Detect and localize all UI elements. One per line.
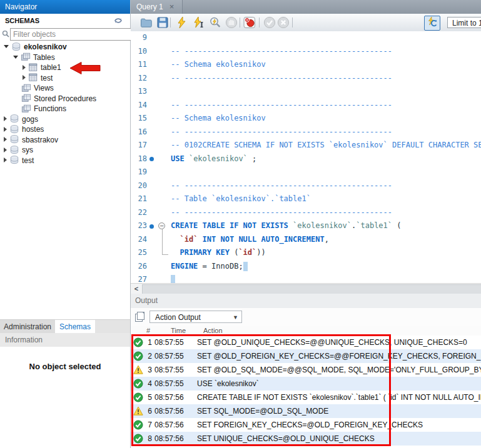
output-row-4[interactable]: 408:57:55USE `ekolesnikov` [131, 377, 481, 391]
toggle-autocommit-icon[interactable] [424, 16, 440, 31]
open-script-icon[interactable] [140, 16, 153, 29]
editor-line-13: 13 [131, 85, 481, 99]
tree-item-sys[interactable]: sys [0, 144, 130, 155]
tree-item-table1[interactable]: table1 [0, 62, 130, 72]
fold-guide-line [162, 229, 168, 255]
success-check-icon [133, 392, 143, 402]
code-text: -- 0102CREATE SCHEMA IF NOT EXISTS `ekol… [171, 139, 481, 152]
commit-icon[interactable] [263, 16, 276, 29]
expander-closed-icon[interactable] [4, 127, 7, 132]
statement-marker-dot [149, 157, 154, 161]
tree-item-label: Functions [34, 104, 66, 113]
code-text: -- -------------------------------------… [171, 126, 392, 139]
expander-closed-icon[interactable] [23, 75, 26, 80]
fold-collapse-icon[interactable]: − [158, 222, 165, 229]
toggle-stop-on-error-icon[interactable] [243, 16, 256, 29]
table-icon [28, 73, 41, 82]
output-row-7[interactable]: 708:57:56SET FOREIGN_KEY_CHECKS=@OLD_FOR… [131, 418, 481, 432]
tree-item-label: table1 [41, 63, 61, 72]
output-row-2[interactable]: 208:57:55SET @OLD_FOREIGN_KEY_CHECKS=@@F… [131, 349, 481, 363]
navigator-title: Navigator [5, 2, 37, 11]
tree-item-hostes[interactable]: hostes [0, 124, 130, 134]
explain-statement-icon[interactable] [209, 16, 221, 29]
tree-item-sbastrakov[interactable]: sbastrakov [0, 134, 130, 145]
row-action-text: SET @OLD_SQL_MODE=@@SQL_MODE, SQL_MODE='… [197, 363, 481, 377]
editor-line-21: 21-- Table `ekolesnikov`.`table1` [131, 192, 481, 206]
success-check-icon [133, 434, 143, 444]
execute-current-statement-icon[interactable] [192, 16, 205, 29]
line-number: 23 [131, 219, 147, 233]
stop-query-icon[interactable] [225, 16, 238, 29]
expander-closed-icon[interactable] [4, 116, 7, 121]
line-number: 18 [131, 152, 147, 166]
expander-open-icon[interactable] [4, 45, 9, 48]
search-icon [2, 30, 9, 37]
output-row-8[interactable]: 808:57:56SET UNIQUE_CHECKS=@OLD_UNIQUE_C… [131, 432, 481, 446]
row-action-text: SET SQL_MODE=@OLD_SQL_MODE [197, 404, 481, 418]
tree-item-ekolesnikov[interactable]: ekolesnikov [0, 41, 130, 52]
output-table-body: 108:57:55SET @OLD_UNIQUE_CHECKS=@@UNIQUE… [131, 336, 481, 446]
close-tab-icon[interactable]: × [170, 2, 175, 11]
output-row-5[interactable]: 508:57:56CREATE TABLE IF NOT EXISTS `eko… [131, 391, 481, 404]
row-number: 6 [144, 404, 152, 418]
column-header-num: # [146, 326, 150, 336]
scrollbar-thumb[interactable] [142, 284, 481, 294]
tab-query-1[interactable]: Query 1× [131, 0, 183, 14]
editor-line-19: 19 [131, 166, 481, 179]
line-number: 9 [131, 31, 147, 45]
tab-administration[interactable]: Administration [0, 320, 55, 334]
views-icon [21, 104, 34, 112]
success-check-icon [133, 379, 143, 389]
line-number: 17 [131, 139, 147, 152]
line-number: 13 [131, 85, 147, 99]
tree-item-test[interactable]: test [0, 72, 130, 83]
schema-icon [9, 135, 22, 144]
tab-schemas[interactable]: Schemas [55, 320, 95, 334]
tree-item-tables[interactable]: Tables [0, 52, 130, 62]
filter-objects-input[interactable] [10, 28, 133, 41]
row-number: 1 [144, 336, 152, 349]
expander-closed-icon[interactable] [23, 65, 26, 70]
sql-code-editor[interactable]: 910-- ----------------------------------… [131, 31, 481, 283]
schema-icon [9, 114, 22, 123]
tree-item-stored-procedures[interactable]: Stored Procedures [0, 93, 130, 104]
expander-open-icon[interactable] [13, 56, 18, 59]
output-row-6[interactable]: 608:57:56SET SQL_MODE=@OLD_SQL_MODE [131, 404, 481, 418]
row-number: 7 [144, 418, 152, 432]
tree-item-gogs[interactable]: gogs [0, 114, 130, 124]
row-action-text: CREATE TABLE IF NOT EXISTS `ekolesnikov`… [197, 391, 481, 404]
limit-rows-dropdown[interactable]: Limit to 1000 rows ▼ [447, 17, 481, 28]
tree-item-label: hostes [22, 125, 44, 134]
expander-closed-icon[interactable] [4, 147, 7, 152]
execute-script-icon[interactable] [175, 16, 188, 29]
output-row-1[interactable]: 108:57:55SET @OLD_UNIQUE_CHECKS=@@UNIQUE… [131, 336, 481, 349]
line-number: 24 [131, 233, 147, 247]
output-row-3[interactable]: 308:57:55SET @OLD_SQL_MODE=@@SQL_MODE, S… [131, 363, 481, 377]
row-time: 08:57:55 [154, 336, 184, 349]
refresh-schemas-icon[interactable] [113, 16, 124, 26]
editor-horizontal-scrollbar[interactable]: < [131, 283, 481, 294]
expander-closed-icon[interactable] [4, 137, 7, 142]
line-number: 16 [131, 126, 147, 139]
editor-tab-strip [131, 0, 481, 14]
tree-item-label: test [22, 156, 34, 164]
output-type-dropdown[interactable]: Action Output ▼ [149, 311, 242, 323]
rollback-icon[interactable] [277, 16, 290, 29]
scroll-left-arrow[interactable]: < [132, 284, 141, 293]
toolbar-separator [240, 17, 240, 27]
tree-item-functions[interactable]: Functions [0, 103, 130, 114]
line-number: 26 [131, 260, 147, 274]
tree-item-label: ekolesnikov [24, 42, 67, 51]
editor-line-20: 20-- -----------------------------------… [131, 179, 481, 193]
views-icon [21, 94, 34, 102]
success-check-icon [133, 351, 143, 361]
expander-closed-icon[interactable] [4, 157, 7, 162]
save-script-icon[interactable] [156, 16, 169, 29]
schema-icon [9, 124, 22, 133]
row-time: 08:57:56 [154, 432, 184, 446]
tree-item-test[interactable]: test [0, 155, 130, 166]
row-action-text: SET @OLD_UNIQUE_CHECKS=@@UNIQUE_CHECKS, … [197, 336, 481, 349]
code-text: CREATE TABLE IF NOT EXISTS `ekolesnikov`… [171, 219, 401, 233]
tree-item-views[interactable]: Views [0, 82, 130, 93]
line-number: 19 [131, 166, 147, 179]
